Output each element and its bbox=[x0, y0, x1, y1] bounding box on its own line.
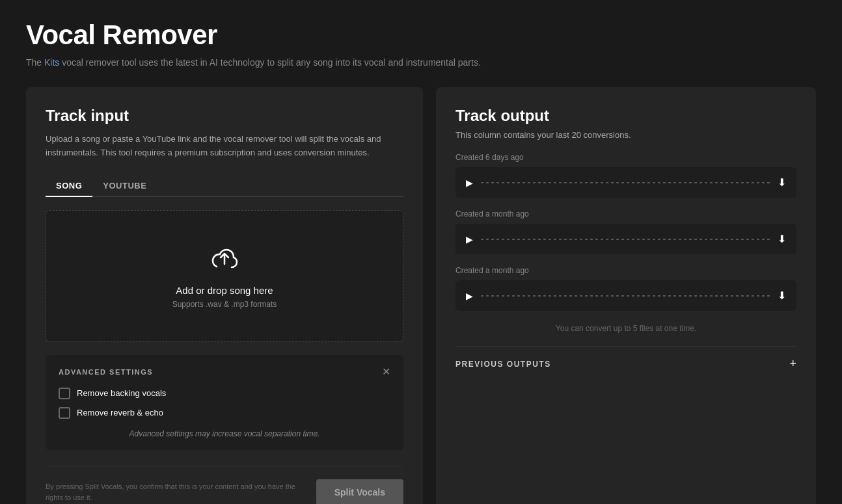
kits-link[interactable]: Kits bbox=[44, 57, 59, 68]
conversion-group-2: Created a month ago ▶ ⬇ bbox=[455, 209, 796, 254]
play-button-3[interactable]: ▶ bbox=[466, 291, 473, 301]
download-button-2[interactable]: ⬇ bbox=[778, 233, 786, 245]
track-output-panel: Track output This column contains your l… bbox=[436, 87, 816, 504]
play-button-2[interactable]: ▶ bbox=[466, 234, 473, 245]
audio-player-1: ▶ ⬇ bbox=[455, 167, 796, 198]
remove-reverb-echo-label: Remove reverb & echo bbox=[77, 408, 163, 418]
play-button-1[interactable]: ▶ bbox=[466, 178, 473, 188]
upload-zone[interactable]: Add or drop song here Supports .wav & .m… bbox=[46, 210, 403, 342]
close-advanced-settings-button[interactable]: ✕ bbox=[382, 367, 390, 377]
checkbox-row-backing-vocals: Remove backing vocals bbox=[59, 388, 390, 399]
conversion-label-1: Created 6 days ago bbox=[455, 153, 796, 162]
tab-song[interactable]: SONG bbox=[46, 176, 92, 197]
track-output-description: This column contains your last 20 conver… bbox=[455, 130, 796, 140]
track-input-panel: Track input Upload a song or paste a You… bbox=[26, 87, 423, 504]
track-output-title: Track output bbox=[455, 107, 796, 125]
advanced-note: Advanced settings may increase vocal sep… bbox=[59, 429, 390, 438]
waveform-2 bbox=[481, 239, 770, 240]
tab-youtube[interactable]: YOUTUBE bbox=[92, 176, 157, 197]
upload-main-text: Add or drop song here bbox=[59, 285, 390, 296]
checkbox-row-reverb-echo: Remove reverb & echo bbox=[59, 407, 390, 419]
page-title: Vocal Remover bbox=[26, 20, 816, 51]
page-subtitle: The Kits vocal remover tool uses the lat… bbox=[26, 57, 816, 68]
download-button-1[interactable]: ⬇ bbox=[778, 176, 786, 189]
remove-backing-vocals-label: Remove backing vocals bbox=[77, 388, 166, 398]
waveform-3 bbox=[481, 295, 770, 297]
main-layout: Track input Upload a song or paste a You… bbox=[26, 87, 816, 504]
conversion-label-2: Created a month ago bbox=[455, 209, 796, 219]
advanced-settings: ADVANCED SETTINGS ✕ Remove backing vocal… bbox=[46, 355, 403, 450]
advanced-settings-header: ADVANCED SETTINGS ✕ bbox=[59, 367, 390, 377]
track-input-description: Upload a song or paste a YouTube link an… bbox=[46, 133, 403, 160]
previous-outputs-label: PREVIOUS OUTPUTS bbox=[455, 360, 551, 369]
remove-reverb-echo-checkbox[interactable] bbox=[59, 407, 70, 419]
footer-disclaimer: By pressing Split Vocals, you confirm th… bbox=[46, 481, 306, 503]
track-input-title: Track input bbox=[46, 107, 403, 125]
download-button-3[interactable]: ⬇ bbox=[778, 289, 786, 302]
advanced-settings-title: ADVANCED SETTINGS bbox=[59, 368, 153, 376]
previous-outputs-expand-button[interactable]: + bbox=[789, 357, 796, 371]
conversion-group-3: Created a month ago ▶ ⬇ bbox=[455, 266, 796, 311]
tab-bar: SONG YOUTUBE bbox=[46, 176, 403, 197]
conversion-label-3: Created a month ago bbox=[455, 266, 796, 275]
audio-player-3: ▶ ⬇ bbox=[455, 280, 796, 311]
convert-limit-text: You can convert up to 5 files at one tim… bbox=[455, 324, 796, 333]
upload-icon bbox=[209, 243, 240, 274]
waveform-1 bbox=[481, 182, 770, 183]
footer-row: By pressing Split Vocals, you confirm th… bbox=[46, 466, 403, 504]
previous-outputs: PREVIOUS OUTPUTS + bbox=[455, 346, 796, 371]
conversion-group-1: Created 6 days ago ▶ ⬇ bbox=[455, 153, 796, 198]
upload-sub-text: Supports .wav & .mp3 formats bbox=[59, 300, 390, 309]
remove-backing-vocals-checkbox[interactable] bbox=[59, 388, 70, 399]
audio-player-2: ▶ ⬇ bbox=[455, 224, 796, 254]
split-vocals-button[interactable]: Split Vocals bbox=[316, 479, 403, 504]
